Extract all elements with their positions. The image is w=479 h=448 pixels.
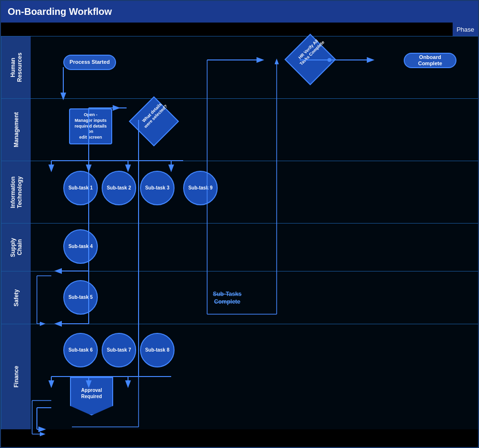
subtask4-node: Sub-task 4 <box>63 229 98 264</box>
lane-content-sc: Sub-task 4 <box>31 224 478 271</box>
approval-required-node: Approval Required <box>70 377 113 415</box>
open-manager-node: Open - Manager inputs required details o… <box>69 108 112 144</box>
lane-label-hr: Human Resources <box>1 36 31 98</box>
lane-content-mgmt: Open - Manager inputs required details o… <box>31 99 478 161</box>
lane-finance: Finance Sub-task 6 Sub-task 7 Sub-task 8 <box>1 324 478 429</box>
lane-it: Information Technology Sub-task 1 Sub-ta… <box>1 161 478 223</box>
title-bar: On-Boarding Workflow <box>1 1 478 23</box>
lane-mgmt: Management Open - Manager inputs require… <box>1 98 478 161</box>
lane-safety: Safety Sub-task 5 Sub-Tasks Complete <box>1 271 478 324</box>
hr-verify-node: HR Verify All Tasks Complete <box>292 41 330 80</box>
workflow-container: On-Boarding Workflow Phase <box>0 0 479 448</box>
onboard-complete-node: Onboard Complete <box>404 53 456 68</box>
lane-hr: Human Resources Process Started HR Verif… <box>1 36 478 98</box>
subtask3-node: Sub-task 3 <box>140 171 175 205</box>
phase-label: Phase <box>453 23 478 36</box>
lane-content-safety: Sub-task 5 Sub-Tasks Complete <box>31 271 478 324</box>
process-started-node: Process Started <box>63 55 116 70</box>
title-text: On-Boarding Workflow <box>8 6 112 17</box>
lane-label-finance: Finance <box>1 324 31 429</box>
subtask2-node: Sub-task 2 <box>102 171 136 205</box>
subtask6-node: Sub-task 6 <box>63 333 98 367</box>
what-details-node: What details were selected? <box>136 104 175 142</box>
subtasks-complete-label: Sub-Tasks Complete <box>213 291 242 306</box>
lane-label-mgmt: Management <box>1 99 31 161</box>
subtask5-node: Sub-task 5 <box>63 280 98 315</box>
lane-label-it: Information Technology <box>1 161 31 223</box>
subtask9-node: Sub-task 9 <box>183 171 218 205</box>
subtask7-node: Sub-task 7 <box>102 333 136 367</box>
subtask8-node: Sub-task 8 <box>140 333 175 367</box>
lane-label-sc: Supply Chain <box>1 224 31 271</box>
lane-sc: Supply Chain Sub-task 4 <box>1 223 478 271</box>
lane-content-hr: Process Started HR Verify All Tasks Comp… <box>31 36 478 98</box>
swim-lanes: Human Resources Process Started HR Verif… <box>1 36 478 447</box>
lane-label-safety: Safety <box>1 271 31 324</box>
lane-content-it: Sub-task 1 Sub-task 2 Sub-task 3 Sub-tas… <box>31 161 478 223</box>
subtask1-node: Sub-task 1 <box>63 171 98 205</box>
lane-content-finance: Sub-task 6 Sub-task 7 Sub-task 8 Approva… <box>31 324 478 429</box>
